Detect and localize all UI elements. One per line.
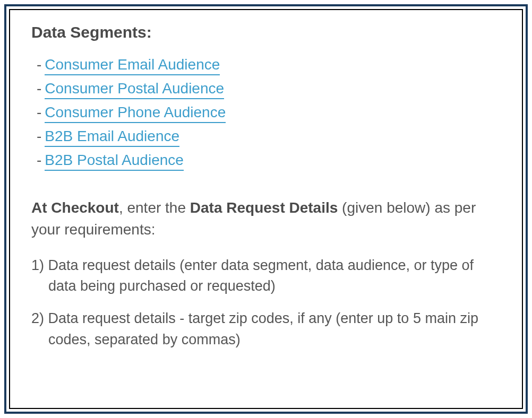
checkout-bold-2: Data Request Details [190, 199, 338, 216]
segment-link-consumer-phone[interactable]: Consumer Phone Audience [45, 104, 226, 123]
inner-frame: Data Segments: -Consumer Email Audience … [9, 9, 523, 409]
segment-link-consumer-email[interactable]: Consumer Email Audience [45, 56, 220, 75]
list-dash: - [37, 80, 41, 97]
segment-link-consumer-postal[interactable]: Consumer Postal Audience [45, 80, 224, 99]
checkout-instruction: At Checkout, enter the Data Request Deta… [31, 197, 501, 240]
request-detail-1: 1) Data request details (enter data segm… [31, 255, 501, 297]
segment-item: -Consumer Phone Audience [31, 104, 501, 123]
segment-link-b2b-postal[interactable]: B2B Postal Audience [45, 152, 184, 171]
list-dash: - [37, 104, 41, 120]
segment-item: -B2B Email Audience [31, 128, 501, 147]
request-detail-2: 2) Data request details - target zip cod… [31, 308, 501, 350]
list-dash: - [37, 56, 41, 73]
checkout-text-1: , enter the [119, 199, 190, 216]
segments-list: -Consumer Email Audience -Consumer Posta… [31, 56, 501, 171]
outer-frame: Data Segments: -Consumer Email Audience … [4, 4, 528, 414]
segment-item: -B2B Postal Audience [31, 152, 501, 171]
segment-link-b2b-email[interactable]: B2B Email Audience [45, 128, 179, 147]
list-dash: - [37, 128, 41, 144]
segment-item: -Consumer Email Audience [31, 56, 501, 75]
list-dash: - [37, 152, 41, 168]
segment-item: -Consumer Postal Audience [31, 80, 501, 99]
checkout-bold-1: At Checkout [31, 199, 119, 216]
data-segments-heading: Data Segments: [31, 23, 501, 41]
